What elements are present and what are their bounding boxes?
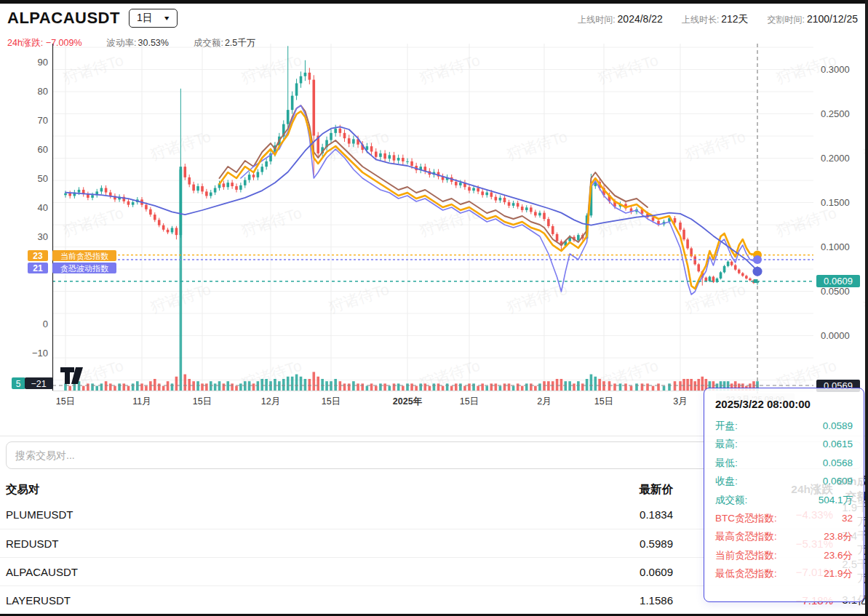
candle-body[interactable]	[697, 264, 700, 271]
candle-body[interactable]	[348, 138, 351, 143]
candle-body[interactable]	[201, 186, 204, 191]
candle-body[interactable]	[162, 225, 165, 230]
candle-body[interactable]	[468, 187, 471, 191]
candle-body[interactable]	[517, 203, 519, 207]
candle-body[interactable]	[393, 155, 396, 160]
candle-body[interactable]	[167, 230, 170, 233]
candle-body[interactable]	[499, 198, 502, 201]
candle-body[interactable]	[132, 202, 135, 205]
candle-body[interactable]	[525, 207, 528, 210]
candle-body[interactable]	[455, 182, 458, 185]
candle-body[interactable]	[749, 279, 752, 280]
candle-body[interactable]	[652, 217, 655, 221]
candle-body[interactable]	[154, 215, 156, 220]
candle-body[interactable]	[105, 188, 108, 192]
candle-body[interactable]	[312, 80, 315, 136]
candle-body[interactable]	[171, 228, 174, 232]
candle-body[interactable]	[235, 186, 238, 190]
candle-body[interactable]	[741, 273, 744, 276]
candle-body[interactable]	[730, 262, 733, 265]
candle-body[interactable]	[709, 276, 712, 281]
candle-body[interactable]	[180, 167, 183, 235]
candle-body[interactable]	[68, 193, 71, 196]
candle-body[interactable]	[503, 198, 506, 202]
candle-body[interactable]	[352, 139, 355, 143]
candle-body[interactable]	[339, 129, 342, 133]
candle-body[interactable]	[196, 186, 199, 191]
candle-body[interactable]	[252, 175, 255, 177]
candle-body[interactable]	[383, 153, 386, 159]
candle-body[interactable]	[300, 76, 303, 84]
candle-body[interactable]	[379, 153, 382, 157]
candle-body[interactable]	[530, 207, 533, 212]
candle-body[interactable]	[109, 193, 112, 196]
candle-body[interactable]	[214, 188, 217, 192]
candle-body[interactable]	[534, 212, 537, 215]
candle-body[interactable]	[410, 161, 413, 166]
candle-body[interactable]	[343, 133, 346, 138]
candle-body[interactable]	[490, 193, 493, 197]
candle-body[interactable]	[674, 218, 677, 223]
candle-body[interactable]	[330, 133, 333, 140]
candle-body[interactable]	[239, 185, 242, 190]
candle-body[interactable]	[552, 226, 554, 234]
candle-body[interactable]	[248, 175, 251, 180]
column-header-1[interactable]: 最新价	[517, 482, 673, 497]
candle-body[interactable]	[158, 220, 161, 225]
candle-body[interactable]	[295, 84, 298, 96]
candle-body[interactable]	[521, 207, 524, 210]
candle-body[interactable]	[231, 183, 234, 186]
candle-body[interactable]	[64, 193, 67, 195]
candle-body[interactable]	[556, 234, 559, 241]
candle-body[interactable]	[127, 201, 130, 205]
candle-body[interactable]	[495, 197, 498, 201]
candle-body[interactable]	[223, 183, 226, 187]
candle-body[interactable]	[679, 223, 682, 230]
candle-body[interactable]	[78, 190, 81, 193]
candle-body[interactable]	[459, 183, 462, 185]
candle-body[interactable]	[308, 73, 311, 80]
candle-body[interactable]	[485, 193, 488, 196]
candle-body[interactable]	[577, 235, 580, 240]
candle-body[interactable]	[693, 256, 696, 264]
candle-body[interactable]	[210, 193, 212, 196]
candle-body[interactable]	[304, 73, 307, 76]
candle-body[interactable]	[100, 188, 103, 191]
candle-body[interactable]	[265, 161, 268, 167]
candle-body[interactable]	[260, 167, 263, 172]
candle-body[interactable]	[91, 195, 94, 198]
candle-body[interactable]	[682, 230, 685, 239]
candle-body[interactable]	[145, 205, 148, 209]
candle-body[interactable]	[375, 151, 378, 156]
candle-body[interactable]	[472, 188, 475, 191]
candle-body[interactable]	[720, 272, 722, 279]
candle-body[interactable]	[508, 202, 511, 206]
candle-body[interactable]	[205, 191, 208, 196]
candle-body[interactable]	[402, 158, 405, 161]
candle-body[interactable]	[192, 185, 195, 191]
candle-body[interactable]	[727, 262, 730, 266]
candle-body[interactable]	[149, 209, 152, 215]
candle-body[interactable]	[723, 266, 726, 273]
candle-body[interactable]	[512, 203, 515, 206]
candle-body[interactable]	[244, 180, 247, 185]
candle-body[interactable]	[334, 129, 337, 133]
candle-body[interactable]	[477, 188, 479, 191]
candle-body[interactable]	[287, 110, 290, 124]
candle-body[interactable]	[481, 191, 484, 195]
candle-body[interactable]	[291, 96, 294, 111]
candle-body[interactable]	[406, 161, 409, 162]
candle-body[interactable]	[397, 158, 400, 161]
candle-body[interactable]	[745, 276, 748, 279]
candle-body[interactable]	[738, 270, 741, 273]
candle-body[interactable]	[705, 278, 708, 281]
candle-body[interactable]	[188, 177, 191, 185]
candle-body[interactable]	[388, 155, 391, 159]
candle-body[interactable]	[734, 265, 737, 270]
candle-body[interactable]	[686, 239, 689, 248]
column-header-0[interactable]: 交易对	[0, 482, 517, 497]
candle-body[interactable]	[175, 228, 178, 235]
candle-body[interactable]	[543, 213, 546, 220]
candle-body[interactable]	[538, 213, 541, 216]
candle-body[interactable]	[370, 146, 373, 151]
